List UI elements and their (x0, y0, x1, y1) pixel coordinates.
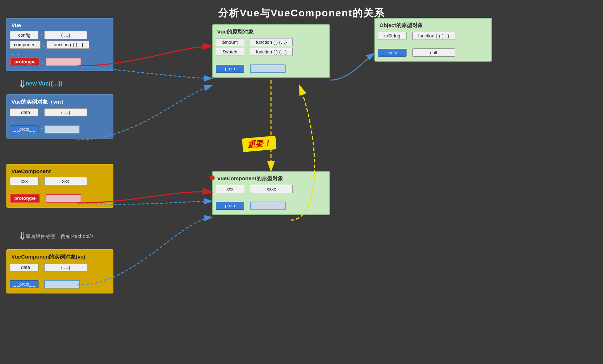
vp-mount-row: $mount : function ( ) {…} (216, 38, 326, 46)
vc-inst-proto-value (44, 280, 80, 288)
vcp-dots: …… (216, 194, 326, 200)
vp-dots: …… (216, 57, 326, 63)
op-proto-value: null (412, 48, 455, 57)
vcp-xxx-row: xxx : xxxx (216, 185, 326, 193)
vm-dots: …… (10, 118, 110, 124)
vp-watch-value: function ( ) {…} (250, 48, 293, 56)
vc-xxx-row: xxx : xxx (10, 177, 110, 185)
vc-prototype-row: prototype : (10, 194, 110, 203)
vue-prototype-row: prototype : (10, 57, 110, 66)
vc-inst-data-key: _data (10, 263, 39, 271)
obj-proto-box: Object的原型对象 toString : function ( ) {…} … (374, 18, 492, 62)
vc-dots: …… (10, 187, 110, 192)
op-tostring-value: function ( ) {…} (412, 32, 455, 40)
vue-proto-title: Vue的原型对象 (216, 28, 326, 36)
vcp-xxx-key: xxx (216, 185, 244, 193)
vcp-proto-value (250, 202, 286, 210)
vue-config-row: config : { …} (10, 31, 110, 39)
vp-proto-key: _ _proto_ _ (216, 65, 244, 73)
vcp-xxx-value: xxxx (250, 185, 293, 193)
vp-proto-row: _ _proto_ _ : (216, 64, 326, 73)
vcp-proto-row: _ _proto_ _ : (216, 202, 326, 210)
vcp-proto-key: _ _proto_ _ (216, 202, 244, 210)
vm-data-key: _data (10, 108, 39, 116)
vp-proto-value (250, 64, 286, 73)
op-proto-key: _ _proto_ _ (378, 49, 407, 57)
down-arrow-new-vue: ⇓ (18, 78, 27, 90)
vm-proto-key: _ _proto_ _ (10, 125, 39, 133)
op-tostring-key: toString (378, 32, 407, 40)
vm-data-value: { …} (44, 108, 87, 116)
down-arrow-vuecomp: ⇓ (18, 230, 27, 242)
vuecomp-instance-title: VueComponen的实例对象(vc) (10, 253, 110, 261)
vc-xxx-value: xxx (44, 177, 87, 185)
vp-watch-key: $watch (216, 48, 244, 56)
vue-box: Vue config : { …} component : function (… (6, 18, 113, 71)
vc-prototype-value (46, 194, 81, 203)
new-vuecomp-label: 编写组件标签，例如:<school/> (26, 233, 94, 240)
vue-proto-box: Vue的原型对象 $mount : function ( ) {…} $watc… (212, 24, 330, 78)
vp-mount-key: $mount (216, 38, 244, 46)
vp-watch-row: $watch : function ( ) {…} (216, 48, 326, 56)
vuecomp-instance-box: VueComponen的实例对象(vc) _data : { …} …… _ _… (6, 249, 113, 293)
vm-proto-value (44, 125, 80, 134)
vc-inst-proto-row: _ _proto_ _ : (10, 280, 110, 288)
vue-prototype-value (46, 58, 81, 66)
vuecomp-box-title: VueComponent (10, 167, 110, 175)
vue-config-value: { …} (44, 31, 87, 39)
vm-data-row: _data : { …} (10, 108, 110, 116)
vm-proto-row: _ _proto_ _ : (10, 125, 110, 134)
vue-dots1: …… (10, 50, 110, 56)
vc-xxx-key: xxx (10, 177, 39, 185)
new-vue-label: new Vue({…}) (26, 80, 62, 87)
op-tostring-row: toString : function ( ) {…} (378, 32, 489, 40)
vue-prototype-key: prototype (10, 57, 40, 66)
vue-component-key: component (10, 41, 41, 49)
vue-instance-title: Vue的实例对象（vm） (10, 98, 110, 106)
op-proto-row: _ _proto_ _ : null (378, 48, 489, 57)
vue-component-row: component : function ( ) {…} (10, 41, 110, 49)
op-dots: …… (378, 41, 489, 47)
red-dot (210, 175, 215, 180)
vc-prototype-key: prototype (10, 194, 40, 203)
vuecomp-box: VueComponent xxx : xxx …… prototype : (6, 164, 113, 208)
obj-proto-title: Object的原型对象 (378, 21, 489, 30)
important-badge: 重要！ (242, 136, 277, 152)
vue-component-value: function ( ) {…} (46, 41, 89, 49)
vuecomp-proto-title: VueComponent的原型对象 (216, 175, 326, 183)
vuecomp-proto-box: VueComponent的原型对象 xxx : xxxx …… _ _proto… (212, 171, 330, 215)
vc-inst-proto-key: _ _proto_ _ (10, 280, 39, 288)
vc-inst-data-value: { …} (44, 263, 87, 271)
vue-instance-box: Vue的实例对象（vm） _data : { …} …… _ _proto_ _… (6, 94, 113, 139)
vp-mount-value: function ( ) {…} (250, 38, 293, 46)
vue-config-key: config (10, 31, 39, 39)
vue-box-title: Vue (10, 21, 110, 29)
page-title: 分析Vue与VueComponent的关系 (0, 0, 603, 20)
vc-inst-dots: …… (10, 273, 110, 279)
vc-inst-data-row: _data : { …} (10, 263, 110, 271)
